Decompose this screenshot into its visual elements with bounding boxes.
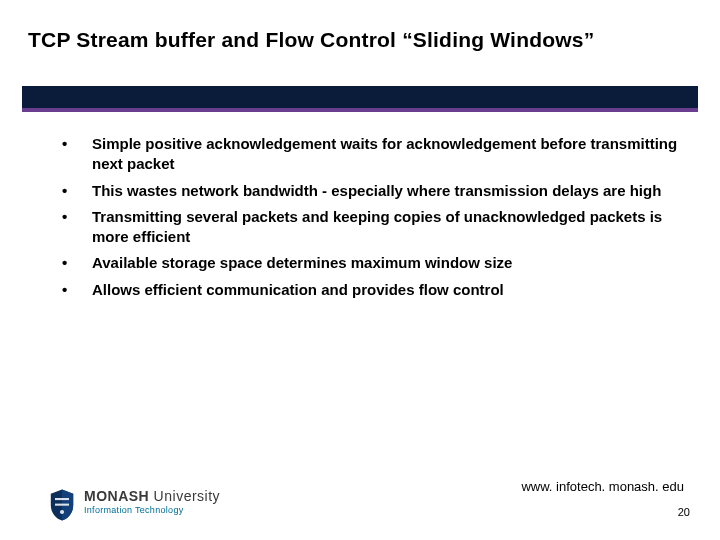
title-bar-purple: [22, 108, 698, 112]
footer-url: www. infotech. monash. edu: [521, 479, 684, 494]
bullet-item: Allows efficient communication and provi…: [60, 280, 696, 300]
bullet-item: This wastes network bandwidth - especial…: [60, 181, 696, 201]
title-bar-navy: [22, 86, 698, 108]
page-number: 20: [678, 506, 690, 518]
bullet-item: Available storage space determines maxim…: [60, 253, 696, 273]
logo-main-light: University: [149, 488, 220, 504]
bullet-item: Simple positive acknowledgement waits fo…: [60, 134, 696, 175]
slide: TCP Stream buffer and Flow Control “Slid…: [0, 0, 720, 540]
slide-title: TCP Stream buffer and Flow Control “Slid…: [28, 28, 692, 52]
bullet-list: Simple positive acknowledgement waits fo…: [60, 134, 696, 300]
logo-main: MONASH University: [84, 488, 220, 504]
logo-sub: Information Technology: [84, 505, 220, 515]
shield-icon: [48, 488, 76, 522]
svg-rect-0: [55, 498, 69, 500]
logo-main-bold: MONASH: [84, 488, 149, 504]
bullet-item: Transmitting several packets and keeping…: [60, 207, 696, 248]
content-area: Simple positive acknowledgement waits fo…: [60, 134, 696, 306]
svg-rect-1: [55, 504, 69, 506]
logo-text: MONASH University Information Technology: [84, 488, 220, 515]
decorative-corner: [578, 360, 698, 480]
svg-point-2: [60, 510, 64, 514]
